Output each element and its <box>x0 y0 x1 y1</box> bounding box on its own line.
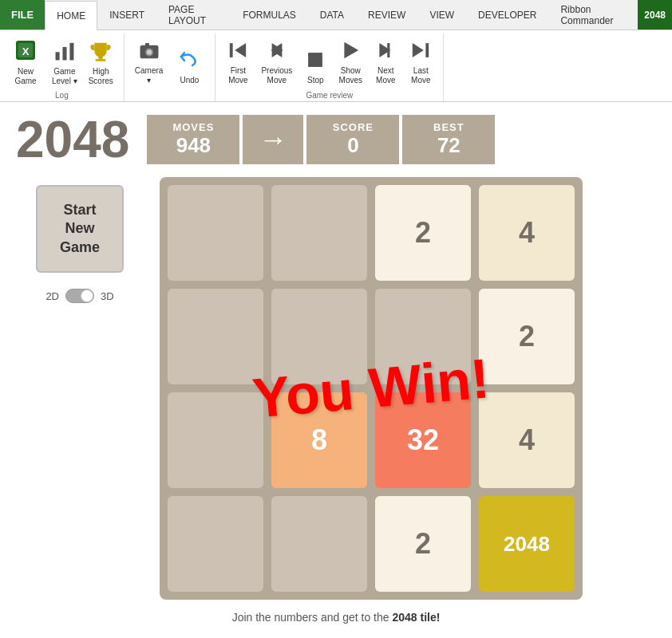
start-new-game-button[interactable]: Start New Game <box>36 185 124 273</box>
svg-rect-11 <box>145 43 149 46</box>
tab-view[interactable]: VIEW <box>417 0 466 30</box>
show-moves-button[interactable]: ShowMoves <box>334 37 366 88</box>
game-grid: 242832422048 <box>168 185 575 592</box>
tile <box>168 496 263 592</box>
tile: 8 <box>271 392 367 488</box>
tab-review[interactable]: REVIEW <box>356 0 417 30</box>
high-scores-label: HighScores <box>89 67 113 86</box>
footer-highlight: 2048 tile! <box>392 611 440 624</box>
tile <box>168 185 263 281</box>
svg-rect-6 <box>99 55 103 59</box>
tab-data[interactable]: DATA <box>308 0 356 30</box>
svg-marker-17 <box>345 42 359 58</box>
tile: 2 <box>375 496 471 592</box>
tile: 32 <box>375 392 471 488</box>
moves-label: MOVES <box>163 121 223 133</box>
left-panel: Start New Game 2D 3D <box>16 177 144 303</box>
stop-label: Stop <box>307 76 324 85</box>
arrow-box: → <box>241 113 305 166</box>
moves-box: MOVES 948 <box>145 113 241 166</box>
stop-icon <box>304 49 326 74</box>
tile: 4 <box>479 392 575 488</box>
tab-insert[interactable]: INSERT <box>97 0 156 30</box>
file-tab[interactable]: FILE <box>0 0 45 30</box>
start-new-game-label: Start New Game <box>60 201 100 257</box>
new-game-button[interactable]: X New Game <box>6 37 45 89</box>
play-icon <box>339 39 362 65</box>
show-moves-label: ShowMoves <box>339 66 362 85</box>
score-label: SCORE <box>322 121 383 133</box>
moves-value: 948 <box>163 133 223 158</box>
stop-button[interactable]: Stop <box>299 46 331 88</box>
svg-rect-4 <box>62 47 66 61</box>
toggle-knob <box>81 289 93 302</box>
tab-page-layout[interactable]: PAGE LAYOUT <box>156 0 231 30</box>
tab-home[interactable]: HOME <box>45 1 97 30</box>
tile: 4 <box>479 185 575 281</box>
prev-move-icon <box>266 39 288 65</box>
tile <box>271 496 367 592</box>
tile: 2 <box>479 289 575 384</box>
camera-icon <box>138 39 160 65</box>
svg-marker-13 <box>235 43 247 57</box>
tab-ribbon-commander[interactable]: Ribbon Commander <box>548 0 638 30</box>
trophy-icon <box>89 40 112 65</box>
camera-button[interactable]: Camera▾ <box>131 37 168 88</box>
last-move-icon <box>409 39 432 65</box>
next-move-label: NextMove <box>376 66 395 85</box>
footer-text: Join the numbers and get to the 2048 til… <box>16 611 656 624</box>
grid-wrapper: 242832422048 You Win! <box>160 177 583 600</box>
tab-2048: 2048 <box>638 0 672 30</box>
svg-rect-16 <box>308 53 322 67</box>
previous-move-label: PreviousMove <box>261 66 292 85</box>
2d-3d-toggle[interactable] <box>65 289 94 303</box>
undo-button[interactable]: Undo <box>170 45 208 88</box>
game-title: 2048 <box>16 110 129 169</box>
best-box: BEST 72 <box>401 113 496 166</box>
tile <box>271 185 367 281</box>
tab-developer[interactable]: DEVELOPER <box>466 0 548 30</box>
next-move-icon <box>374 39 397 65</box>
previous-move-button[interactable]: PreviousMove <box>257 37 296 88</box>
ribbon-camera-items: Camera▾ Undo <box>131 37 209 99</box>
svg-rect-12 <box>230 43 233 57</box>
game-level-button[interactable]: GameLevel ▾ <box>48 37 81 89</box>
svg-text:X: X <box>22 45 30 57</box>
tile: 2 <box>375 185 471 281</box>
tabs-container: HOME INSERT PAGE LAYOUT FORMULAS DATA RE… <box>45 0 672 30</box>
new-game-label: New Game <box>14 67 36 86</box>
ribbon-group-log: X New Game GameLevel ▾ <box>0 33 125 101</box>
excel-icon: X <box>14 39 37 65</box>
game-review-group-label: Game review <box>215 91 443 100</box>
first-move-button[interactable]: FirstMove <box>222 37 254 88</box>
toggle-row: 2D 3D <box>45 289 113 303</box>
score-header: 2048 MOVES 948 → SCORE 0 BEST 72 <box>16 110 656 169</box>
tile <box>168 392 263 488</box>
main-layout: Start New Game 2D 3D 242832422048 You Wi… <box>16 177 656 600</box>
high-scores-button[interactable]: HighScores <box>85 37 117 89</box>
ribbon: X New Game GameLevel ▾ <box>0 30 672 102</box>
first-move-icon <box>227 39 249 65</box>
svg-point-10 <box>146 49 151 54</box>
first-move-label: FirstMove <box>228 66 247 85</box>
undo-label: Undo <box>180 76 199 85</box>
log-group-label: Log <box>0 91 124 100</box>
2d-label: 2D <box>45 290 59 302</box>
best-value: 72 <box>418 133 479 158</box>
best-label: BEST <box>418 121 479 133</box>
tile <box>375 289 471 384</box>
tile <box>271 289 367 384</box>
ribbon-group-camera: Camera▾ Undo <box>125 33 216 101</box>
svg-rect-21 <box>426 43 429 57</box>
score-value: 0 <box>322 133 383 158</box>
last-move-button[interactable]: LastMove <box>405 37 437 88</box>
tab-formulas[interactable]: FORMULAS <box>231 0 308 30</box>
ribbon-review-items: FirstMove PreviousMove <box>222 37 437 99</box>
ribbon-group-game-review: FirstMove PreviousMove <box>215 33 444 101</box>
tile: 2048 <box>479 496 575 592</box>
svg-rect-5 <box>69 43 73 61</box>
tile <box>168 289 263 384</box>
next-move-button[interactable]: NextMove <box>370 37 401 88</box>
camera-label: Camera▾ <box>135 66 164 85</box>
svg-marker-20 <box>413 43 424 57</box>
